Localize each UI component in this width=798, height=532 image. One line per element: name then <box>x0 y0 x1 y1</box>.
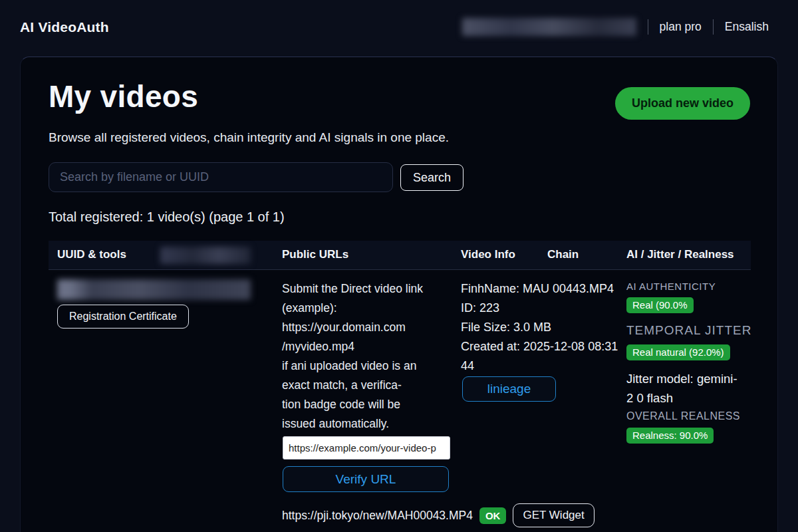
redacted-header-chip <box>160 247 251 264</box>
page-subtitle: Browse all registered videos, chain inte… <box>49 130 449 145</box>
nav-link-language[interactable]: Ensalish <box>725 20 769 34</box>
ai-authenticity-label: AI AUTHENTICITY <box>626 281 759 292</box>
column-header-ai-jitter-realness: AI / Jitter / Realness <box>626 248 734 261</box>
temporal-jitter-badge: Real natural (92.0%) <box>626 344 730 360</box>
search-input[interactable] <box>49 162 393 192</box>
column-header-uuid-tools: UUID & tools <box>57 248 126 261</box>
page-title: My videos <box>49 78 198 114</box>
nav-link-plan[interactable]: plan pro <box>660 20 702 34</box>
overall-realness-badge: Realness: 90.0% <box>626 428 714 444</box>
search-button[interactable]: Search <box>400 164 464 191</box>
upload-new-video-button[interactable]: Upload new video <box>615 87 750 120</box>
ai-authenticity-badge: Real (90.0% <box>626 297 694 313</box>
table-row: Registration Certificate Submit the Dire… <box>49 270 751 532</box>
brand-logo: AI VideoAuth <box>20 19 109 35</box>
redacted-account-info <box>462 18 636 36</box>
lineage-button[interactable]: linieage <box>462 376 556 402</box>
ok-status-badge: OK <box>479 507 507 524</box>
overall-realness-label: OVERALL REALNESS <box>626 410 759 422</box>
redacted-uuid <box>57 279 251 300</box>
verify-url-input[interactable] <box>283 436 450 460</box>
registration-certificate-button[interactable]: Registration Certificate <box>57 305 189 329</box>
verify-url-button[interactable]: Verify URL <box>283 466 449 492</box>
top-nav: plan pro Ensalish <box>462 18 769 36</box>
total-registered-text: Total registered: 1 video(s) (page 1 of … <box>49 209 285 225</box>
top-bar: AI VideoAuth plan pro Ensalish <box>0 0 798 57</box>
main-panel: My videos Upload new video Browse all re… <box>20 57 778 532</box>
temporal-jitter-label: TEMPORAL JITTER <box>626 323 759 338</box>
column-header-video-info: Video Info <box>461 248 515 261</box>
column-header-public-urls: Public URLs <box>282 248 348 261</box>
table-header-row: UUID & tools Public URLs Video Info Chai… <box>49 241 751 270</box>
get-widget-button[interactable]: GET Widget <box>513 503 594 527</box>
verified-url-text: https://pji.tokyo/new/MAH00043.MP4 <box>282 509 473 523</box>
nav-divider <box>713 19 714 35</box>
ai-signals-cell: AI AUTHENTICITY Real (90.0% TEMPORAL JIT… <box>626 281 759 444</box>
public-url-instructions: Submit the Direct video link (example): … <box>282 279 462 434</box>
column-header-chain: Chain <box>547 248 579 261</box>
jitter-model-text: Jitter model: gemini- 2 0 flash <box>626 369 759 408</box>
verified-url-row: https://pji.tokyo/new/MAH00043.MP4 OK GE… <box>282 503 595 527</box>
nav-divider <box>648 19 648 35</box>
